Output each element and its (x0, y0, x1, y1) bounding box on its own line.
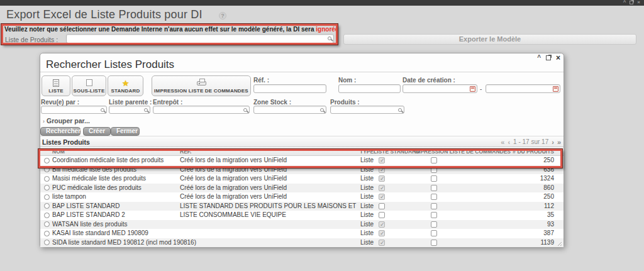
row-radio[interactable] (44, 185, 50, 191)
row-name: BAP LISTE STANDARD 2 (52, 211, 125, 220)
date-from-input[interactable] (402, 84, 477, 93)
notice-text: Veuillez noter que sélectionner une Dema… (4, 26, 338, 33)
impression-checkbox[interactable] (431, 157, 437, 163)
collapse-icon[interactable]: ^ (623, 0, 626, 6)
row-radio[interactable] (44, 167, 50, 172)
impression-checkbox[interactable] (431, 175, 437, 182)
filter-button-liste[interactable]: LISTE (42, 75, 70, 96)
row-radio[interactable] (44, 194, 50, 200)
column-header-nom[interactable]: NOM (52, 147, 65, 156)
column-header-ref[interactable]: RÉF. (180, 147, 191, 156)
calendar-icon[interactable] (553, 86, 558, 92)
row-name: SIDA liste standard MED 190812 (incl mod… (52, 238, 196, 248)
impression-checkbox[interactable] (431, 203, 437, 209)
search-icon[interactable] (320, 108, 324, 112)
column-header-count[interactable]: # DU PRODUITS (513, 147, 554, 156)
table-row[interactable]: PUC médicale liste des produits Créé lor… (40, 184, 564, 193)
help-icon[interactable]: ? (219, 12, 226, 19)
table-row[interactable]: Bili médicale liste des produits Créé lo… (40, 165, 564, 175)
search-icon[interactable] (144, 108, 148, 112)
column-header-type[interactable]: TYPE (360, 147, 374, 156)
row-ref: Créé lors de la migration vers UniField (180, 192, 357, 202)
row-radio[interactable] (44, 203, 50, 209)
next-page-icon[interactable]: › (552, 139, 554, 145)
table-row[interactable]: Masisi médicale liste des produits Créé … (40, 174, 564, 184)
impression-checkbox[interactable] (431, 185, 437, 191)
column-header-liste-standard[interactable]: LISTE STANDARD (374, 147, 420, 156)
dialog-close-icon[interactable]: × (556, 55, 560, 61)
table-row[interactable]: liste tampon Créé lors de la migration v… (40, 192, 564, 202)
close-button[interactable]: Fermer (111, 127, 140, 136)
impression-checkbox[interactable] (431, 194, 437, 200)
produits-label: Produits : (330, 99, 360, 106)
search-icon[interactable] (101, 108, 104, 112)
popout-icon[interactable] (630, 1, 633, 4)
entrepot-input[interactable] (153, 106, 250, 114)
liste-parente-input[interactable] (109, 106, 150, 114)
calendar-icon[interactable] (470, 86, 475, 92)
impression-checkbox[interactable] (431, 167, 437, 173)
row-ref: LISTE STANDARD DES PRODUITS POUR LES MAI… (180, 202, 357, 211)
nom-input[interactable] (338, 84, 401, 93)
close-icon[interactable]: × (637, 0, 640, 6)
date-to-input[interactable] (486, 84, 560, 93)
liste-standard-checkbox[interactable] (379, 203, 385, 209)
impression-checkbox[interactable] (431, 230, 437, 236)
filter-button-label: STANDARD (111, 88, 140, 94)
liste-standard-checkbox[interactable] (379, 230, 385, 236)
row-name: Masisi médicale liste des produits (52, 174, 146, 184)
export-template-button[interactable]: Exporter le Modèle (343, 34, 636, 45)
search-icon[interactable] (243, 108, 247, 112)
prev-page-icon[interactable]: ‹ (508, 139, 510, 145)
search-button[interactable]: Rechercher (40, 127, 80, 136)
group-by-label: Grouper par... (47, 117, 90, 124)
row-radio[interactable] (44, 221, 50, 227)
table-row[interactable]: SIDA liste standard MED 190812 (incl mod… (40, 238, 564, 248)
table-row[interactable]: Coordination médicale liste des produits… (40, 156, 564, 165)
liste-standard-checkbox[interactable] (379, 194, 385, 200)
produits-input[interactable] (330, 106, 404, 114)
row-radio[interactable] (44, 158, 50, 163)
filter-button-sous-liste[interactable]: SOUS-LISTE (72, 75, 106, 96)
column-header-impression[interactable]: IMPRESSION LISTE DE COMMANDES (414, 147, 511, 156)
row-radio[interactable] (44, 240, 50, 245)
last-page-icon[interactable]: » (557, 139, 561, 145)
liste-standard-checkbox[interactable] (379, 240, 385, 246)
row-radio[interactable] (44, 231, 50, 236)
liste-standard-checkbox[interactable] (379, 221, 385, 228)
liste-standard-checkbox[interactable] (379, 175, 385, 182)
create-button[interactable]: Créer (83, 127, 111, 136)
notice-prefix: Veuillez noter que sélectionner une Dema… (4, 26, 316, 33)
search-icon[interactable] (398, 108, 402, 112)
liste-standard-checkbox[interactable] (379, 185, 385, 191)
revu-par-input[interactable] (41, 106, 107, 114)
filter-button-standard[interactable]: ★ STANDARD (108, 75, 143, 96)
zone-stock-label: Zone Stock : (253, 99, 291, 106)
liste-standard-checkbox[interactable] (379, 167, 385, 173)
search-icon[interactable] (328, 36, 331, 40)
impression-checkbox[interactable] (431, 221, 437, 228)
row-count: 112 (544, 202, 554, 211)
table-row[interactable]: WATSAN liste des produits Liste 93 (40, 220, 564, 230)
dialog-collapse-icon[interactable]: ^ (537, 55, 541, 61)
row-count: 250 (543, 192, 554, 202)
row-radio[interactable] (44, 176, 50, 182)
row-radio[interactable] (44, 213, 50, 218)
impression-checkbox[interactable] (431, 212, 437, 218)
zone-stock-input[interactable] (253, 106, 326, 114)
table-row[interactable]: KASAI liste standard MED 190809 Liste 38… (40, 229, 564, 238)
printer-icon (197, 81, 206, 86)
table-row[interactable]: BAP LISTE STANDARD 2 LISTE CONSOMMABLE V… (40, 211, 564, 220)
date-creation-label: Date de création : (402, 77, 455, 84)
row-count: 860 (543, 184, 554, 193)
dialog-popout-icon[interactable] (546, 55, 551, 60)
table-row[interactable]: BAP LISTE STANDARD LISTE STANDARD DES PR… (40, 202, 564, 211)
filter-button-impression-liste-commandes[interactable]: IMPRESSION LISTE DE COMMANDES (152, 75, 251, 96)
liste-standard-checkbox[interactable] (379, 212, 385, 218)
impression-checkbox[interactable] (431, 240, 437, 246)
product-list-input[interactable] (66, 34, 334, 43)
ref-input[interactable] (253, 84, 326, 93)
liste-standard-checkbox[interactable] (379, 157, 385, 163)
group-by-toggle[interactable]: ›Grouper par... (43, 117, 90, 124)
first-page-icon[interactable]: « (501, 139, 504, 145)
